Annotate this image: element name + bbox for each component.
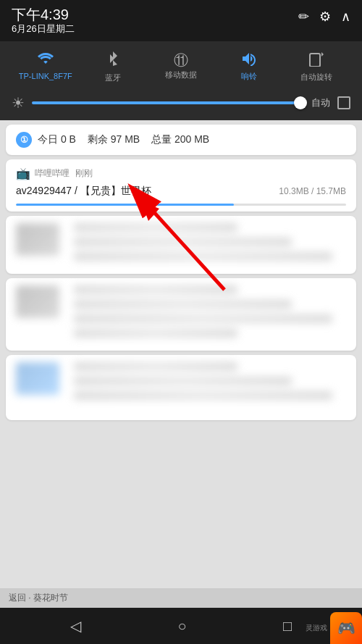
wifi-tile[interactable]: TP-LINK_8F7F	[17, 51, 75, 81]
data-usage-row: ① 今日 0 B 剩余 97 MB 总量 200 MB	[16, 132, 346, 148]
badge-fire-icon: 🎮	[337, 619, 355, 637]
wifi-icon	[37, 51, 54, 69]
bili-title-row: av24929447 / 【兄贵】世界杯 10.3MB / 15.7MB	[16, 185, 346, 198]
bluetooth-label: 蓝牙	[105, 73, 121, 83]
badge-icon[interactable]: 🎮	[330, 612, 362, 644]
bilibili-download-card: 📺 哔哩哔哩 刚刚 av24929447 / 【兄贵】世界杯 10.3MB / …	[6, 159, 356, 212]
status-date: 6月26日星期二	[12, 23, 75, 35]
bili-time: 刚刚	[75, 167, 93, 180]
badge-label: 灵游戏	[303, 622, 330, 635]
data-usage-text: 今日 0 B 剩余 97 MB 总量 200 MB	[38, 133, 346, 146]
bottom-bar: 返回 · 葵花时节	[0, 588, 362, 608]
blur-line	[74, 285, 237, 294]
today-usage: 今日 0 B	[38, 133, 76, 145]
back-button[interactable]: ◁	[70, 617, 81, 635]
bili-header: 📺 哔哩哔哩 刚刚	[16, 167, 346, 180]
blurred-notification-3	[6, 355, 356, 420]
home-button[interactable]: ○	[177, 618, 186, 635]
bili-progress-fill	[16, 204, 234, 206]
rotate-icon	[308, 51, 325, 70]
sound-tile[interactable]: 响铃	[220, 51, 278, 81]
bili-title-text: av24929447 / 【兄贵】世界杯	[16, 185, 151, 198]
status-time-date: 下午4:39 6月26日星期二	[12, 6, 75, 35]
blur-thumb-1	[16, 223, 59, 256]
bili-size: 10.3MB / 15.7MB	[279, 186, 346, 196]
blur-thumb-3	[16, 362, 59, 395]
bluetooth-tile[interactable]: 蓝牙	[84, 50, 142, 83]
blurred-notification-1	[6, 216, 356, 274]
sound-icon	[240, 51, 258, 69]
total-usage: 总量 200 MB	[151, 133, 209, 145]
brightness-auto-checkbox[interactable]	[337, 96, 350, 109]
data-usage-icon: ①	[16, 132, 32, 148]
blur-line	[74, 252, 332, 261]
mobile-data-label: 移动数据	[165, 70, 197, 80]
bilibili-app-name: 哔哩哔哩	[35, 167, 70, 180]
bili-progress-bar	[16, 204, 346, 206]
blur-line	[74, 391, 332, 400]
bluetooth-icon	[107, 50, 119, 70]
status-time: 下午4:39	[12, 6, 75, 23]
app-badge: 灵游戏 🎮	[303, 612, 362, 644]
mobile-data-icon: ⑪	[174, 53, 188, 67]
sound-label: 响铃	[241, 72, 257, 81]
mobile-data-tile[interactable]: ⑪ 移动数据	[152, 53, 210, 80]
bottom-bar-text: 返回 · 葵花时节	[9, 592, 68, 604]
blur-line	[74, 377, 292, 385]
brightness-thumb[interactable]	[294, 96, 307, 109]
blur-line	[74, 362, 237, 371]
blur-line	[74, 329, 237, 338]
blur-line	[74, 314, 332, 323]
rotate-tile[interactable]: 自动旋转	[287, 51, 345, 82]
blur-line	[74, 238, 292, 246]
rotate-label: 自动旋转	[300, 72, 332, 82]
status-bar: 下午4:39 6月26日星期二 ✏ ⚙ ∧	[0, 0, 362, 38]
navigation-bar: ◁ ○ □ 灵游戏 🎮	[0, 608, 362, 644]
brightness-row: ☀ 自动	[12, 94, 350, 112]
brightness-slider[interactable]	[32, 101, 304, 104]
brightness-icon: ☀	[12, 94, 25, 112]
quick-settings-panel: TP-LINK_8F7F 蓝牙 ⑪ 移动数据	[0, 41, 362, 120]
settings-icon[interactable]: ⚙	[319, 9, 331, 25]
bilibili-icon: 📺	[16, 167, 30, 180]
blur-line	[74, 223, 237, 232]
svg-rect-0	[310, 54, 320, 67]
wifi-label: TP-LINK_8F7F	[19, 72, 72, 81]
quick-tiles-row: TP-LINK_8F7F 蓝牙 ⑪ 移动数据	[12, 50, 350, 83]
blurred-notification-2	[6, 278, 356, 351]
data-usage-card: ① 今日 0 B 剩余 97 MB 总量 200 MB	[6, 125, 356, 155]
recent-button[interactable]: □	[283, 618, 292, 635]
blur-line	[74, 300, 292, 309]
notifications-area: ① 今日 0 B 剩余 97 MB 总量 200 MB 📺 哔哩哔哩 刚刚 av…	[0, 120, 362, 608]
brightness-auto-label: 自动	[311, 96, 330, 109]
collapse-icon[interactable]: ∧	[341, 9, 350, 25]
edit-icon[interactable]: ✏	[298, 9, 309, 25]
remain-usage: 剩余 97 MB	[88, 133, 140, 145]
status-icons: ✏ ⚙ ∧	[298, 6, 350, 25]
blur-thumb-2	[16, 285, 59, 318]
